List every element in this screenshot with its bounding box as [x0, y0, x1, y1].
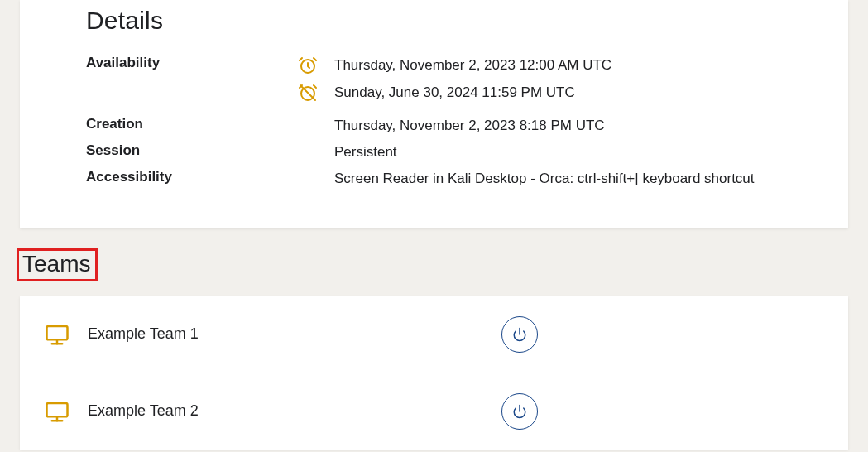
monitor-icon	[45, 322, 88, 347]
alarm-off-icon	[298, 82, 334, 103]
svg-rect-7	[47, 403, 68, 416]
power-button[interactable]	[501, 316, 538, 353]
svg-rect-3	[47, 326, 68, 339]
availability-label: Availability	[86, 55, 298, 71]
availability-start-value: Thursday, November 2, 2023 12:00 AM UTC	[334, 55, 848, 75]
session-value: Persistent	[334, 142, 848, 162]
detail-row-availability: Availability Thursday, November 2, 2023 …	[86, 55, 848, 109]
alarm-on-icon	[298, 55, 334, 75]
accessibility-value: Screen Reader in Kali Desktop - Orca: ct…	[334, 169, 848, 189]
detail-row-creation: Creation Thursday, November 2, 2023 8:18…	[86, 116, 848, 136]
power-icon	[512, 327, 527, 342]
team-name: Example Team 2	[88, 402, 501, 420]
creation-label: Creation	[86, 116, 298, 132]
team-row[interactable]: Example Team 1	[20, 296, 848, 373]
accessibility-label: Accessibility	[86, 169, 298, 185]
teams-card: Example Team 1 Example Team 2	[20, 296, 848, 450]
availability-end-line: Sunday, June 30, 2024 11:59 PM UTC	[298, 82, 848, 103]
teams-title: Teams	[22, 251, 90, 276]
details-card: Details Availability Thursday, November …	[20, 0, 848, 228]
team-name: Example Team 1	[88, 325, 501, 343]
power-button[interactable]	[501, 393, 538, 430]
monitor-icon	[45, 399, 88, 424]
session-label: Session	[86, 142, 298, 159]
availability-end-value: Sunday, June 30, 2024 11:59 PM UTC	[334, 83, 848, 103]
creation-value: Thursday, November 2, 2023 8:18 PM UTC	[334, 116, 848, 136]
detail-row-accessibility: Accessibility Screen Reader in Kali Desk…	[86, 169, 848, 189]
power-icon	[512, 404, 527, 419]
availability-start-line: Thursday, November 2, 2023 12:00 AM UTC	[298, 55, 848, 75]
teams-header-highlight: Teams	[17, 248, 98, 281]
team-row[interactable]: Example Team 2	[20, 373, 848, 450]
details-title: Details	[86, 7, 848, 35]
detail-row-session: Session Persistent	[86, 142, 848, 162]
